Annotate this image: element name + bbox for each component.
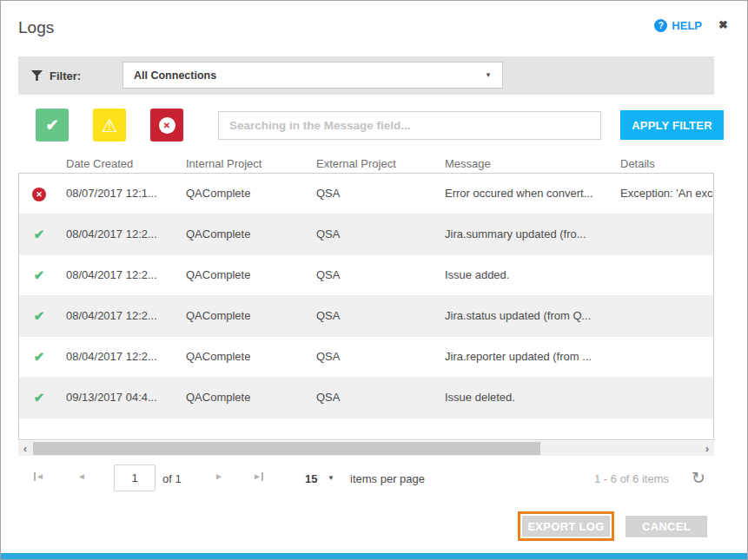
items-per-page-label: items per page — [350, 472, 425, 485]
triangle-right-icon: ► — [215, 471, 223, 481]
warning-icon: ⚠ — [102, 116, 118, 135]
cell-internal-project: QAComplete — [186, 214, 309, 254]
help-link[interactable]: ? HELP — [654, 19, 702, 32]
success-status-icon: ✔ — [34, 390, 45, 405]
page-size-dropdown[interactable]: 15 — [305, 472, 317, 485]
circle-x-icon: ✕ — [159, 117, 175, 134]
help-icon: ? — [654, 19, 667, 32]
triangle-left-icon: ◄ — [36, 471, 44, 481]
column-header-details[interactable]: Details — [620, 157, 655, 170]
success-status-icon: ✔ — [34, 349, 45, 364]
error-filter-button[interactable]: ✕ — [150, 109, 183, 142]
success-status-icon: ✔ — [34, 267, 45, 282]
bar-glyph — [261, 472, 263, 481]
column-header-date-created[interactable]: Date Created — [66, 157, 133, 170]
chevron-down-icon: ▼ — [485, 71, 492, 79]
cell-date-created: 08/04/2017 12:2... — [66, 255, 181, 294]
column-header-internal-project[interactable]: Internal Project — [186, 157, 261, 170]
cell-internal-project: QAComplete — [186, 255, 309, 294]
cell-message: Jira.reporter updated (from ... — [445, 337, 615, 376]
cell-internal-project: QAComplete — [186, 337, 309, 376]
page-title: Logs — [18, 18, 54, 37]
table-row[interactable]: ✔09/13/2017 04:4...QACompleteQSAIssue de… — [19, 378, 713, 418]
column-header-external-project[interactable]: External Project — [316, 157, 396, 170]
export-log-highlight: EXPORT LOG — [518, 511, 614, 541]
cell-message: Issue added. — [445, 255, 615, 294]
success-status-icon: ✔ — [34, 227, 45, 241]
horizontal-scrollbar: ‹ › — [18, 441, 714, 456]
success-filter-button[interactable]: ✔ — [36, 109, 69, 142]
refresh-icon[interactable]: ↻ — [692, 468, 705, 488]
filter-label: Filter: — [50, 69, 81, 82]
triangle-right-icon: ► — [253, 471, 261, 481]
logs-dialog: Logs ? HELP ✖ Filter: All Connections ▼ … — [0, 0, 748, 560]
close-icon[interactable]: ✖ — [718, 18, 728, 31]
connections-dropdown-value: All Connections — [134, 69, 216, 82]
cell-message: Jira.summary updated (fro... — [445, 214, 615, 254]
cell-date-created: 08/07/2017 12:1... — [66, 174, 181, 213]
last-page-button[interactable]: ► — [253, 471, 263, 481]
cell-status: ✔ — [19, 255, 59, 295]
scrollbar-thumb[interactable] — [33, 442, 540, 455]
dialog-bottom-accent-bar — [1, 553, 747, 559]
warning-filter-button[interactable]: ⚠ — [93, 109, 126, 142]
cell-message: Jira.status updated (from Q... — [445, 296, 615, 335]
cell-internal-project: QAComplete — [186, 296, 309, 335]
cell-external-project: QSA — [316, 296, 438, 335]
cell-status: ✔ — [19, 337, 59, 377]
table-row[interactable]: ✕08/07/2017 12:1...QACompleteQSAError oc… — [19, 174, 713, 214]
cell-internal-project: QAComplete — [186, 378, 309, 417]
cell-external-project: QSA — [316, 337, 438, 376]
x-glyph: ✕ — [163, 121, 170, 130]
cancel-button[interactable]: CANCEL — [626, 516, 707, 537]
cell-status: ✕ — [19, 174, 59, 213]
column-header-message[interactable]: Message — [445, 157, 491, 170]
cell-date-created: 08/04/2017 12:2... — [66, 296, 181, 335]
items-range-label: 1 - 6 of 6 items — [594, 472, 669, 485]
cell-date-created: 08/04/2017 12:2... — [66, 337, 181, 376]
cell-external-project: QSA — [316, 174, 438, 213]
apply-filter-button[interactable]: APPLY FILTER — [620, 110, 724, 140]
cell-message: Issue deleted. — [445, 378, 615, 417]
pagination-bar: ◄ ◄ of 1 ► ► 15 ▼ items per page 1 - 6 o… — [18, 463, 714, 496]
scroll-right-icon[interactable]: › — [700, 441, 714, 456]
cell-details: Exception: 'An excep — [620, 174, 713, 213]
page-number-input[interactable] — [114, 464, 156, 491]
cell-status: ✔ — [19, 296, 59, 336]
filter-funnel-icon — [31, 70, 43, 81]
chevron-down-icon: ▼ — [328, 474, 334, 482]
triangle-left-icon: ◄ — [77, 471, 86, 481]
search-input[interactable] — [218, 111, 601, 140]
scroll-left-icon[interactable]: ‹ — [18, 441, 32, 456]
log-table-body: ✕08/07/2017 12:1...QACompleteQSAError oc… — [18, 173, 714, 440]
table-row[interactable]: ✔08/04/2017 12:2...QACompleteQSAJira.sta… — [19, 296, 713, 337]
success-status-icon: ✔ — [34, 308, 45, 323]
next-page-button[interactable]: ► — [215, 471, 223, 481]
cell-date-created: 08/04/2017 12:2... — [66, 214, 181, 254]
table-row[interactable]: ✔08/04/2017 12:2...QACompleteQSAJira.sum… — [19, 214, 713, 255]
cell-internal-project: QAComplete — [186, 174, 309, 213]
cell-external-project: QSA — [316, 378, 438, 417]
error-status-icon: ✕ — [32, 188, 46, 201]
previous-page-button[interactable]: ◄ — [77, 471, 86, 481]
export-log-button[interactable]: EXPORT LOG — [522, 516, 610, 537]
table-row[interactable]: ✔08/04/2017 12:2...QACompleteQSAJira.rep… — [19, 337, 713, 378]
first-page-button[interactable]: ◄ — [34, 471, 44, 481]
cell-status: ✔ — [19, 378, 59, 418]
check-icon: ✔ — [45, 115, 58, 135]
table-row[interactable]: ✔08/04/2017 12:2...QACompleteQSAIssue ad… — [19, 255, 713, 296]
filter-bar: Filter: All Connections ▼ — [18, 56, 714, 95]
cell-date-created: 09/13/2017 04:4... — [66, 378, 181, 417]
page-count-label: of 1 — [162, 472, 182, 485]
table-header: Date Created Internal Project External P… — [19, 157, 713, 171]
cell-external-project: QSA — [316, 255, 438, 294]
cell-external-project: QSA — [316, 214, 438, 254]
cell-status: ✔ — [19, 214, 59, 254]
cell-message: Error occured when convert... — [445, 174, 615, 213]
help-label: HELP — [672, 19, 702, 32]
connections-dropdown[interactable]: All Connections ▼ — [122, 62, 503, 89]
